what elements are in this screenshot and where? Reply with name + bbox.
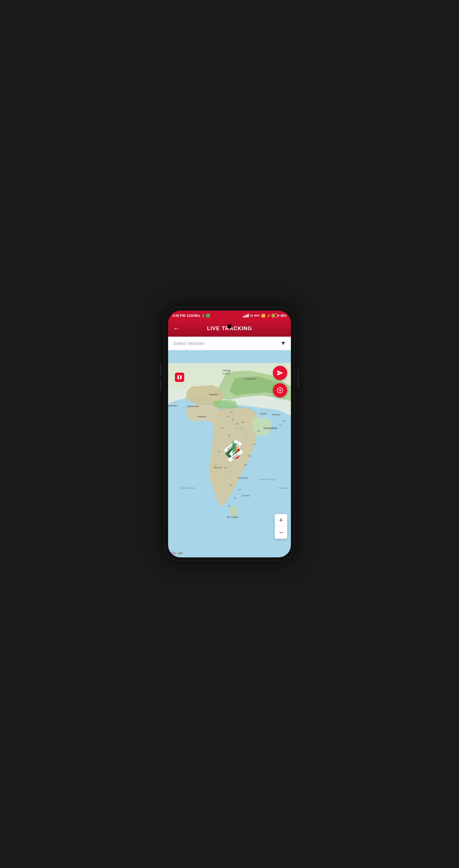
svg-text:J~: J~ [241,427,243,429]
svg-point-42 [215,465,216,466]
map-fab-container [273,366,287,397]
notification-icon [206,314,210,317]
svg-text:KA: KA [230,484,232,486]
svg-text:Almaty: Almaty [223,369,231,372]
select-vehicles-placeholder: Select Vehicles [173,341,205,346]
mute-icon: 🔇 [201,314,205,317]
google-watermark: Google [171,551,183,555]
svg-text:UP: UP [227,434,231,436]
svg-text:OR: OR [244,464,247,466]
time-display: 3:06 PM [173,314,185,317]
svg-text:AR: AR [282,420,285,422]
svg-text:Arabian Sea: Arabian Sea [180,486,194,490]
svg-text:Tajikistan: Tajikistan [209,393,218,396]
map-area[interactable]: Almaty Алматы Kyrgyzstan Tajikistan Afgh… [168,350,291,557]
svg-text:PB: PB [241,421,244,424]
charging-icon: ⚡ [267,314,270,317]
svg-text:UK: UK [236,423,239,425]
svg-point-51 [279,390,281,391]
volume-down-button[interactable] [160,378,161,391]
map-logo-icon [175,373,184,382]
svg-text:LA: LA [230,411,233,413]
svg-text:CG: CG [248,455,251,457]
svg-text:Pakistan: Pakistan [197,415,206,418]
location-fab-button[interactable] [273,366,287,380]
svg-text:AP: AP [239,489,241,491]
svg-text:Andaman: Andaman [279,487,288,489]
svg-text:JH: JH [253,443,255,445]
svg-text:Bangladesh: Bangladesh [264,427,278,430]
svg-text:HP: HP [232,418,235,421]
back-button[interactable]: ← [173,324,180,333]
svg-text:KL: KL [228,505,231,507]
target-fab-button[interactable] [273,383,287,397]
select-vehicles-bar[interactable]: Select Vehicles ▼ [168,337,291,350]
svg-text:NL: NL [279,424,282,426]
svg-text:GA: GA [224,467,227,469]
map-svg: Almaty Алматы Kyrgyzstan Tajikistan Afgh… [168,350,291,557]
svg-text:RJ: RJ [221,427,223,429]
power-button[interactable] [298,369,299,388]
volume-up-button[interactable] [160,363,161,375]
svg-text:TN: TN [234,497,236,499]
zoom-in-button[interactable]: + [275,514,287,526]
status-bar: 3:06 PM 121KB/s 🔇 Vo WiFi 📶 ⚡ [168,311,291,320]
svg-text:Afghanistan: Afghanistan [187,405,199,408]
battery-percent: 46% [280,314,286,317]
svg-text:GJ: GJ [218,451,220,453]
zoom-controls: + − [275,514,287,539]
camera-notch [227,324,232,329]
svg-text:zbekistan: zbekistan [168,404,177,407]
svg-text:Kyrgyzstan: Kyrgyzstan [244,377,255,380]
svg-text:JK: JK [227,415,230,417]
zoom-out-button[interactable]: − [275,526,287,539]
svg-text:Chennai: Chennai [242,494,250,497]
battery-icon [272,314,279,317]
data-speed: 121KB/s [187,314,200,317]
app-header: ← LIVE TRACKING [168,320,291,337]
svg-text:Bhutan: Bhutan [273,413,280,416]
svg-text:Nepal: Nepal [260,412,267,415]
vo-wifi-label: Vo WiFi [250,314,260,317]
svg-text:Sri Lanka: Sri Lanka [227,516,238,519]
signal-bars-icon [243,314,249,317]
svg-text:Bay of Bengal: Bay of Bengal [260,478,275,481]
svg-text:BR: BR [257,430,260,432]
wifi-icon: 📶 [261,314,266,318]
svg-text:Алматы: Алматы [222,372,231,375]
dropdown-arrow-icon: ▼ [280,340,286,347]
svg-text:Mumbai: Mumbai [214,466,222,469]
svg-text:Hyderabad: Hyderabad [238,477,248,479]
